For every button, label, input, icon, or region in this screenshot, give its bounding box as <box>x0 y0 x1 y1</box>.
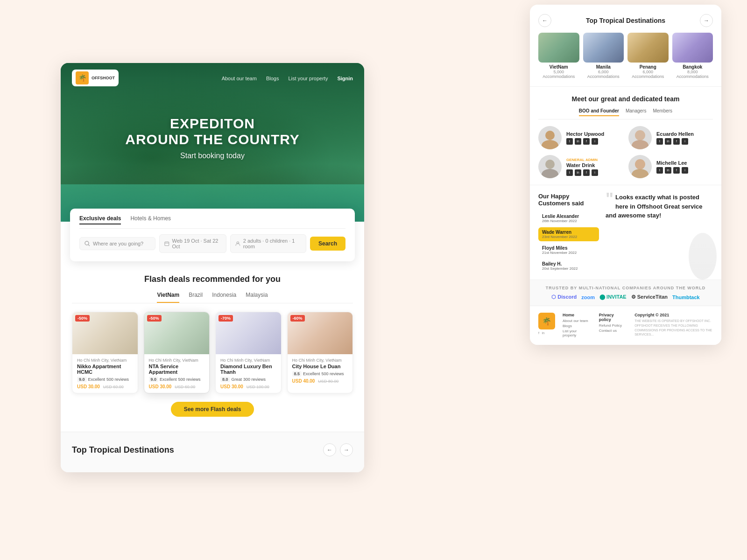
footer-about[interactable]: About our team <box>563 319 590 323</box>
team-tabs: BOO and Founder Managers Members <box>538 108 713 119</box>
wade-date: 23rd November 2022 <box>542 235 595 239</box>
michelle-name: Michelle Lee <box>656 160 713 166</box>
rp-dest-vietnam-name: VietNam <box>538 64 579 70</box>
calendar-icon <box>164 241 169 246</box>
water-facebook[interactable]: f <box>583 169 590 176</box>
search-button[interactable]: Search <box>310 237 345 251</box>
rp-tropical-section: ← Top Tropical Destinations → VietNam 5,… <box>530 5 721 87</box>
svg-point-14 <box>632 169 648 178</box>
water-instagram[interactable]: i <box>592 169 598 176</box>
ecuardo-twitter[interactable]: t <box>656 138 663 145</box>
deal-price-2: USD 30.00 USD 60.00 <box>149 384 205 389</box>
team-tab-boo[interactable]: BOO and Founder <box>579 108 619 116</box>
water-twitter[interactable]: t <box>566 169 573 176</box>
rp-dest-manila[interactable]: Manila 6,000 Accommodations <box>583 33 624 79</box>
discord-logo: ⬡ Discord <box>551 294 577 300</box>
rp-dest-bangkok[interactable]: Bangkok 8,000 Accommodations <box>672 33 713 79</box>
search-bar: Exclusive deals Hotels & Homes Where are… <box>70 209 355 261</box>
deal-card-2-image: -50% <box>144 312 210 354</box>
hector-twitter[interactable]: t <box>566 138 573 145</box>
rp-dest-manila-img <box>583 33 624 63</box>
footer-social-links: f in <box>538 331 555 335</box>
nav-about[interactable]: About our team <box>222 76 257 81</box>
michelle-facebook[interactable]: f <box>673 167 680 174</box>
tropical-next-button[interactable]: → <box>340 443 353 456</box>
search-location-field[interactable]: Where are you going? <box>79 237 155 250</box>
guests-icon <box>235 241 240 246</box>
deal-card-1[interactable]: -50% Ho Chi Minh City, VietNam Nikko App… <box>72 312 138 393</box>
ecuardo-instagram[interactable]: i <box>682 138 688 145</box>
tab-exclusive-deals[interactable]: Exclusive deals <box>79 215 121 224</box>
deal-card-3-info: Ho Chi Minh City, VietNam Diamond Luxury… <box>216 354 281 393</box>
water-linkedin[interactable]: in <box>575 169 581 176</box>
nav-blogs[interactable]: Blogs <box>266 76 279 81</box>
rp-tropical-prev[interactable]: ← <box>538 14 551 27</box>
svg-rect-2 <box>165 242 169 245</box>
deal-location-2: Ho Chi Minh City, VietNam <box>149 358 205 363</box>
deal-card-2[interactable]: -50% Ho Chi Minh City, VietNam NTA Servi… <box>144 312 210 393</box>
tropical-prev-button[interactable]: ← <box>323 443 336 456</box>
testimonial-bailey[interactable]: Bailey H. 20st September 2022 <box>538 259 599 273</box>
nav-signin[interactable]: Signin <box>337 76 353 81</box>
team-tab-managers[interactable]: Managers <box>626 108 646 116</box>
tab-hotels-homes[interactable]: Hotels & Homes <box>130 215 171 224</box>
team-tab-members[interactable]: Members <box>653 108 672 116</box>
michelle-instagram[interactable]: i <box>682 167 688 174</box>
water-role: GENERAL ADMIN <box>566 158 623 162</box>
logo[interactable]: 🌴 OFFSHOOT <box>72 70 119 86</box>
logo-icon: 🌴 <box>76 71 89 84</box>
rp-tropical-title: Top Tropical Destinations <box>551 17 700 24</box>
deal-card-4[interactable]: -60% Ho Chi Minh City, VietNam City Hous… <box>287 312 353 393</box>
michelle-linkedin[interactable]: in <box>665 167 671 174</box>
deal-tab-brazil[interactable]: Brazil <box>189 292 203 303</box>
testimonial-list: Leslie Alexander 26th November 2022 Wade… <box>538 211 599 273</box>
testimonial-leslie[interactable]: Leslie Alexander 26th November 2022 <box>538 211 599 225</box>
deal-card-3[interactable]: -70% Ho Chi Minh City, VietNam Diamond L… <box>215 312 282 393</box>
ecuardo-socials: t in f i <box>656 138 713 145</box>
search-dates-field[interactable]: Web 19 Oct · Sat 22 Oct <box>159 234 226 253</box>
rp-tropical-next[interactable]: → <box>700 14 713 27</box>
testimonial-active-quote: Looks exactly what is posted here in Off… <box>606 193 713 220</box>
tropical-bottom-title: Top Tropical Destinations <box>72 445 174 455</box>
hector-linkedin[interactable]: in <box>575 138 581 145</box>
footer-columns: Home About our team Blogs List your prop… <box>563 313 713 338</box>
testimonial-floyd[interactable]: Floyd Miles 21st November 2022 <box>538 243 599 257</box>
ecuardo-name: Ecuardo Hellen <box>656 131 713 137</box>
search-inputs: Where are you going? Web 19 Oct · Sat 22… <box>79 234 345 253</box>
footer-contact[interactable]: Contact us <box>599 329 625 333</box>
deal-tab-vietnam[interactable]: VietNam <box>157 292 179 303</box>
nav-list-property[interactable]: List your property <box>288 76 328 81</box>
footer-home-title: Home <box>563 313 590 317</box>
team-member-water: GENERAL ADMIN Water Drink t in f i <box>538 155 623 178</box>
water-socials: t in f i <box>566 169 623 176</box>
deal-tab-indonesia[interactable]: Indonesia <box>212 292 236 303</box>
rp-dest-penang[interactable]: Penang 6,000 Accommodations <box>627 33 669 79</box>
search-tabs: Exclusive deals Hotels & Homes <box>79 215 345 229</box>
rp-tropical-header: ← Top Tropical Destinations → <box>538 14 713 27</box>
search-guests-field[interactable]: 2 adults · 0 children · 1 room <box>230 234 306 253</box>
floyd-date: 21st November 2022 <box>542 251 595 255</box>
michelle-info: Michelle Lee t in f i <box>656 160 713 174</box>
deal-card-3-image: -70% <box>216 312 281 354</box>
deal-price-1: USD 30.00 USD 60.00 <box>77 384 133 389</box>
hector-facebook[interactable]: f <box>583 138 590 145</box>
leslie-name: Leslie Alexander <box>542 214 595 219</box>
deal-badge-2: -50% <box>147 315 162 322</box>
deal-location-3: Ho Chi Minh City, VietNam <box>220 358 276 363</box>
footer-blogs[interactable]: Blogs <box>563 324 590 328</box>
testimonial-wade[interactable]: Wade Warren 23rd November 2022 <box>538 227 599 241</box>
footer-disclaimer: THE WEBSITE IS OPERATED BY OFFSHOOT INC.… <box>634 319 713 337</box>
rp-dest-vietnam[interactable]: VietNam 5,000 Accommodations <box>538 33 579 79</box>
ecuardo-linkedin[interactable]: in <box>665 138 671 145</box>
deal-card-1-info: Ho Chi Minh City, VietNam Nikko Appartme… <box>72 354 138 393</box>
footer-list-property[interactable]: List your property <box>563 329 590 337</box>
hector-instagram[interactable]: i <box>592 138 598 145</box>
footer-col-privacy: Privacy policy Refund Policy Contact us <box>599 313 625 338</box>
footer-refund[interactable]: Refund Policy <box>599 323 625 328</box>
see-more-flash-deals-button[interactable]: See more Flash deals <box>171 402 254 417</box>
ecuardo-facebook[interactable]: f <box>673 138 680 145</box>
deal-tab-malaysia[interactable]: Malaysia <box>246 292 268 303</box>
rp-dest-penang-name: Penang <box>627 64 669 70</box>
michelle-twitter[interactable]: t <box>656 167 663 174</box>
team-member-michelle: Michelle Lee t in f i <box>628 155 713 178</box>
